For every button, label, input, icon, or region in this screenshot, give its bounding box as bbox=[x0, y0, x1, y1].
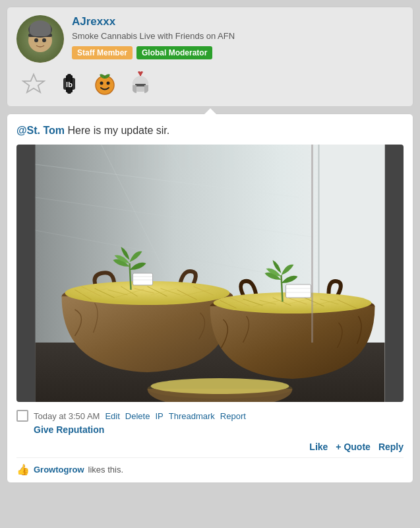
svg-point-69 bbox=[151, 378, 289, 394]
user-subtitle: Smoke Cannabis Live with Friends on AFN bbox=[72, 31, 235, 41]
profile-info: AJrexxx Smoke Cannabis Live with Friends… bbox=[72, 15, 235, 59]
likes-row: 👍 Growtogrow likes this. bbox=[16, 457, 404, 476]
username[interactable]: AJrexxx bbox=[72, 15, 235, 28]
likes-suffix: likes this. bbox=[88, 465, 123, 475]
svg-rect-18 bbox=[135, 84, 146, 86]
svg-rect-19 bbox=[140, 72, 141, 76]
profile-icons: lb bbox=[16, 69, 404, 98]
post-meta-row1: Today at 3:50 AM Edit Delete IP Threadma… bbox=[16, 410, 404, 422]
post-actions-right: Like + Quote Reply bbox=[16, 439, 404, 452]
svg-rect-5 bbox=[28, 34, 52, 37]
post-card: @St. Tom Here is my update sir. bbox=[7, 114, 413, 483]
post-text: @St. Tom Here is my update sir. bbox=[16, 123, 404, 138]
svg-point-16 bbox=[107, 82, 110, 85]
threadmark-link[interactable]: Threadmark bbox=[169, 411, 215, 421]
liker-name[interactable]: Growtogrow bbox=[34, 465, 84, 475]
post-body: Here is my update sir. bbox=[65, 125, 169, 136]
give-reputation-link[interactable]: Give Reputation bbox=[34, 424, 404, 435]
staff-badge: Staff Member bbox=[72, 46, 133, 59]
avatar bbox=[16, 15, 64, 63]
profile-card: AJrexxx Smoke Cannabis Live with Friends… bbox=[7, 7, 413, 107]
svg-rect-65 bbox=[286, 284, 311, 298]
quote-button[interactable]: + Quote bbox=[336, 442, 371, 452]
post-select-checkbox[interactable] bbox=[16, 410, 28, 422]
helmet-icon[interactable] bbox=[126, 69, 155, 98]
like-button[interactable]: Like bbox=[309, 442, 328, 452]
post-image bbox=[16, 145, 404, 402]
thumbs-up-icon: 👍 bbox=[16, 463, 30, 476]
cannabis-face-icon[interactable] bbox=[90, 69, 119, 98]
reply-button[interactable]: Reply bbox=[378, 442, 404, 452]
post-meta: Today at 3:50 AM Edit Delete IP Threadma… bbox=[16, 410, 404, 435]
delete-link[interactable]: Delete bbox=[125, 411, 150, 421]
svg-point-3 bbox=[34, 38, 38, 42]
star-icon[interactable] bbox=[19, 69, 48, 98]
profile-top: AJrexxx Smoke Cannabis Live with Friends… bbox=[16, 15, 404, 63]
page-wrapper: AJrexxx Smoke Cannabis Live with Friends… bbox=[0, 0, 420, 490]
svg-point-4 bbox=[42, 38, 46, 42]
svg-point-15 bbox=[100, 82, 104, 85]
post-timestamp: Today at 3:50 AM bbox=[34, 411, 100, 421]
svg-rect-46 bbox=[133, 273, 153, 285]
weight-icon[interactable]: lb bbox=[55, 69, 84, 98]
svg-point-6 bbox=[37, 21, 44, 28]
svg-text:lb: lb bbox=[66, 81, 73, 88]
edit-link[interactable]: Edit bbox=[105, 411, 119, 421]
post-mention[interactable]: @St. Tom bbox=[16, 125, 65, 136]
moderator-badge: Global Moderator bbox=[136, 46, 212, 59]
ip-link[interactable]: IP bbox=[155, 411, 163, 421]
report-link[interactable]: Report bbox=[220, 411, 246, 421]
badges: Staff Member Global Moderator bbox=[72, 46, 235, 59]
svg-marker-7 bbox=[23, 75, 44, 92]
svg-point-1 bbox=[28, 28, 52, 52]
